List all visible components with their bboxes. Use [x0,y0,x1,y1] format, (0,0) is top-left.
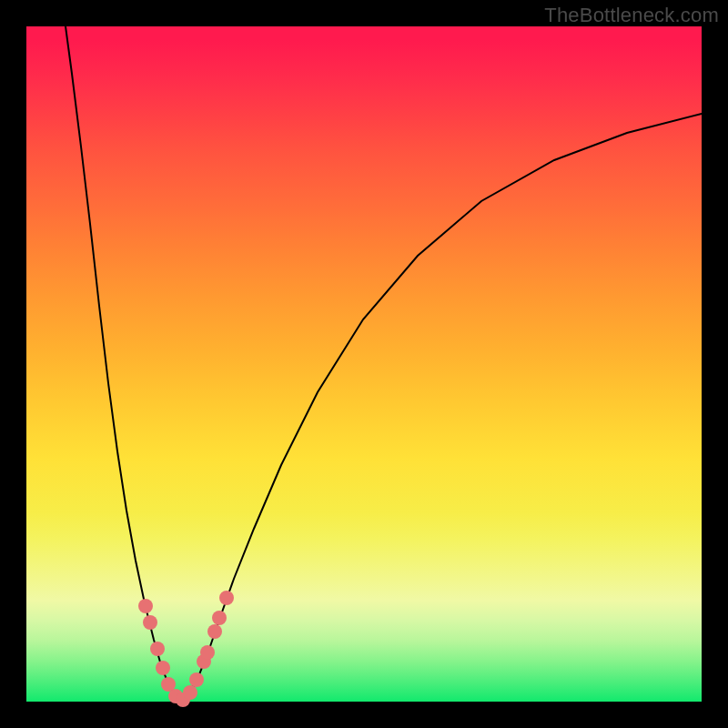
marker-group [138,591,234,707]
marker-dot [143,615,157,630]
marker-dot [219,591,234,605]
chart-svg [26,26,702,702]
chart-frame: TheBottleneck.com [0,0,728,728]
marker-dot [183,685,197,700]
watermark-text: TheBottleneck.com [544,4,719,27]
marker-dot [189,672,204,687]
marker-dot [138,599,153,613]
marker-dot [156,661,170,675]
plot-area [26,26,702,702]
marker-dot [212,611,227,625]
marker-dot [207,624,222,639]
marker-dot [150,642,165,656]
curve-right [181,114,702,702]
marker-dot [200,645,215,660]
curve-left [66,26,181,702]
